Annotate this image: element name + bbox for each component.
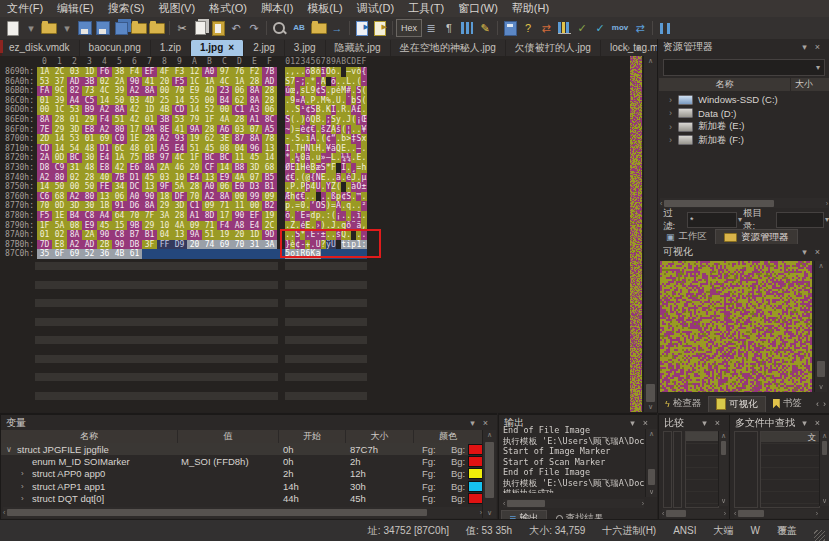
hex-byte[interactable]: 28 — [247, 77, 262, 87]
ascii-char[interactable]: ( — [361, 96, 366, 106]
hex-byte[interactable]: F3 — [172, 67, 187, 77]
hex-byte[interactable]: 90 — [127, 77, 142, 87]
tab-scroll-right-icon[interactable]: › — [627, 43, 630, 53]
hex-byte[interactable]: 8A — [247, 96, 262, 106]
hex-byte[interactable]: 7E — [37, 125, 52, 135]
hex-byte[interactable]: B4 — [67, 211, 82, 221]
ascii-char[interactable]: . — [361, 105, 366, 115]
ascii-char[interactable]: Œ — [361, 115, 366, 125]
hex-byte[interactable]: 90 — [232, 211, 247, 221]
ascii-char[interactable]: . — [310, 192, 315, 202]
hex-byte[interactable]: 2B — [97, 240, 112, 250]
hex-byte[interactable]: 29 — [142, 221, 157, 231]
hex-byte[interactable]: 48 — [82, 144, 97, 154]
tab-scroll-left-icon[interactable]: ‹ — [618, 43, 621, 53]
hex-byte[interactable]: 80 — [82, 192, 97, 202]
hex-byte[interactable]: 7B — [262, 67, 277, 77]
scroll-thumb[interactable] — [507, 500, 545, 507]
hex-byte[interactable]: 02 — [97, 77, 112, 87]
new-file-menu-icon[interactable]: ▾ — [22, 18, 40, 38]
hex-byte[interactable]: A3 — [247, 105, 262, 115]
variables-column-header[interactable]: 名称 值 开始 大小 颜色 — [1, 430, 482, 443]
hex-byte[interactable]: 03 — [67, 67, 82, 77]
scroll-right-icon[interactable]: › — [642, 500, 644, 507]
expand-chevron-icon[interactable]: › — [665, 135, 676, 145]
hex-byte[interactable]: 28 — [82, 173, 97, 183]
hex-byte[interactable]: D1 — [127, 173, 142, 183]
column-value[interactable]: 值 — [178, 430, 279, 443]
hex-byte[interactable]: A2 — [67, 240, 82, 250]
hex-byte[interactable]: 48 — [127, 144, 142, 154]
panel-menu-icon[interactable]: ▾ — [798, 247, 811, 257]
hex-byte[interactable]: 06 — [217, 182, 232, 192]
hex-byte[interactable]: 28 — [202, 125, 217, 135]
hex-byte[interactable]: F4 — [97, 115, 112, 125]
hex-byte[interactable]: BC — [202, 153, 217, 163]
hex-byte[interactable]: 28 — [187, 182, 202, 192]
hex-byte[interactable]: DB — [127, 240, 142, 250]
hex-byte[interactable]: 1F — [187, 153, 202, 163]
hex-byte[interactable]: 8A — [217, 192, 232, 202]
hex-byte[interactable]: 17 — [217, 211, 232, 221]
panel-tab-next-icon[interactable]: › — [819, 399, 829, 409]
hex-byte[interactable]: 2A — [157, 163, 172, 173]
hex-byte[interactable]: 70 — [127, 211, 142, 221]
hex-byte[interactable]: FA — [37, 86, 52, 96]
ascii-char[interactable]: ( — [336, 182, 341, 192]
hex-byte[interactable]: 2C — [262, 221, 277, 231]
hex-byte[interactable]: 7D — [37, 240, 52, 250]
find-in-files-vscrollbar[interactable]: ∧ ∨ — [819, 431, 829, 506]
variables-vscrollbar[interactable]: ∧ ∨ — [482, 430, 496, 518]
save-all-icon[interactable] — [112, 18, 130, 38]
file-tab[interactable]: 欠债被打的人.jpg — [506, 40, 601, 56]
file-tab[interactable]: ez_disk.vmdk — [0, 40, 80, 56]
hex-byte[interactable]: 75 — [127, 153, 142, 163]
close-icon[interactable]: × — [228, 42, 234, 53]
hex-byte[interactable]: A0 — [127, 192, 142, 202]
hex-byte[interactable]: 25 — [157, 96, 172, 106]
hex-byte[interactable]: E9 — [217, 173, 232, 183]
column-file[interactable]: 文 — [761, 432, 819, 442]
calculator-icon[interactable] — [501, 18, 519, 38]
find-icon[interactable] — [270, 18, 288, 38]
hex-byte[interactable]: 28 — [262, 96, 277, 106]
hex-byte[interactable]: 02 — [67, 173, 82, 183]
hex-byte[interactable]: D1 — [97, 144, 112, 154]
scroll-thumb[interactable] — [738, 510, 764, 517]
hex-row[interactable]: 86C0h:0139A4C51450034D25145500B4628A28.9… — [0, 96, 630, 106]
scroll-left-icon[interactable]: ‹ — [662, 510, 664, 517]
cut-icon[interactable]: ✂ — [173, 18, 191, 38]
hex-byte[interactable]: 42 — [112, 163, 127, 173]
hex-byte[interactable]: D9 — [172, 240, 187, 250]
expand-chevron-icon[interactable]: › — [665, 108, 676, 118]
hex-byte[interactable]: 87 — [232, 134, 247, 144]
hex-byte[interactable]: 12 — [187, 67, 202, 77]
ascii-char[interactable]: . — [361, 153, 366, 163]
hex-byte[interactable]: 11 — [232, 153, 247, 163]
hex-byte[interactable]: 97 — [217, 67, 232, 77]
panel-close-icon[interactable]: × — [811, 42, 824, 52]
hex-byte[interactable]: 3B — [82, 77, 97, 87]
drive-item[interactable]: ›新加卷 (E:) — [659, 120, 829, 134]
hex-byte[interactable]: A4 — [97, 211, 112, 221]
scroll-thumb[interactable] — [485, 442, 494, 498]
hex-byte[interactable]: 07 — [247, 173, 262, 183]
hex-byte[interactable]: 06 — [232, 86, 247, 96]
hex-row[interactable]: 8700h:2D14530169C01E28A29319623E878A78-.… — [0, 134, 630, 144]
histogram-icon[interactable] — [555, 18, 573, 38]
color-swatch[interactable] — [468, 493, 482, 504]
hex-byte[interactable]: F2 — [247, 67, 262, 77]
column-mode-icon[interactable] — [458, 18, 476, 38]
explorer-column-header[interactable]: 名称 大小 — [659, 78, 829, 91]
scroll-up-icon[interactable]: ∧ — [815, 261, 827, 271]
file-tab[interactable]: 2.jpg — [244, 40, 285, 56]
hex-byte[interactable]: 42 — [127, 105, 142, 115]
hex-byte[interactable]: 8A — [247, 86, 262, 96]
hex-byte[interactable]: 79 — [187, 115, 202, 125]
scroll-left-icon[interactable]: ‹ — [503, 500, 505, 507]
hex-byte[interactable]: 1F — [202, 115, 217, 125]
hex-byte[interactable]: 5A — [172, 182, 187, 192]
hex-row[interactable]: 8710h:CD145448D16C4801A5E4514508049613Í.… — [0, 144, 630, 154]
scroll-down-icon[interactable]: ∨ — [483, 508, 496, 518]
ascii-char[interactable]: h — [361, 163, 366, 173]
